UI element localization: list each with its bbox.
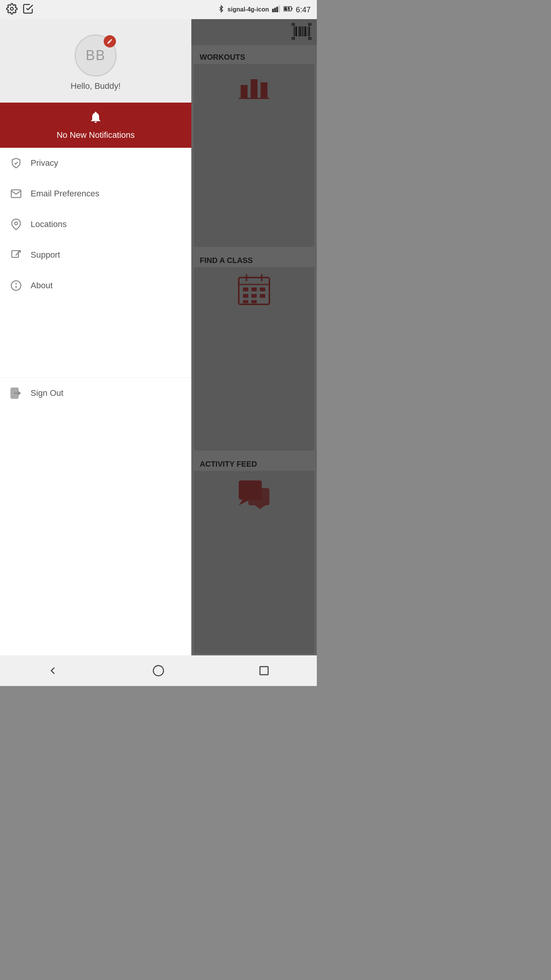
location-pin-icon (9, 217, 23, 231)
avatar-edit-button[interactable] (104, 35, 116, 47)
recents-button[interactable] (253, 659, 276, 682)
drawer-greeting: Hello, Buddy! (71, 81, 121, 91)
home-button[interactable] (147, 659, 170, 682)
status-time: 6:47 (296, 5, 311, 14)
svg-rect-2 (274, 8, 276, 12)
notification-banner: No New Notifications (0, 103, 191, 148)
bottom-nav (0, 655, 317, 686)
sign-out-icon (9, 386, 23, 400)
bluetooth-icon (218, 5, 225, 15)
battery-icon (284, 6, 293, 14)
about-label: About (31, 281, 53, 291)
status-bar: signal-4g-icon 6:47 (0, 0, 317, 19)
mail-icon (9, 187, 23, 201)
svg-point-0 (10, 7, 13, 10)
shield-check-icon (9, 156, 23, 170)
drawer: BB Hello, Buddy! No New Notifications (0, 19, 191, 686)
menu-item-locations[interactable]: Locations (0, 209, 191, 240)
avatar-initials: BB (86, 47, 106, 64)
settings-icon[interactable] (6, 3, 18, 16)
menu-item-email-preferences[interactable]: Email Preferences (0, 178, 191, 209)
sign-out-item[interactable]: Sign Out (0, 377, 191, 408)
menu-spacer (0, 301, 191, 377)
notification-text: No New Notifications (57, 130, 135, 140)
dim-overlay (191, 19, 317, 655)
notification-bell-icon (89, 110, 103, 127)
signal-bars-icon (272, 5, 280, 14)
signal-4g-label: signal-4g-icon (228, 6, 269, 13)
svg-point-52 (153, 666, 164, 676)
info-circle-icon (9, 279, 23, 292)
sign-out-label: Sign Out (31, 388, 64, 398)
avatar-wrapper: BB (75, 34, 117, 77)
locations-label: Locations (31, 219, 67, 229)
drawer-profile: BB Hello, Buddy! (0, 19, 191, 103)
task-icon[interactable] (22, 3, 34, 16)
svg-rect-4 (278, 5, 280, 12)
svg-rect-6 (292, 8, 292, 10)
external-link-icon (9, 248, 23, 262)
menu-item-support[interactable]: Support (0, 240, 191, 270)
svg-rect-53 (260, 666, 268, 675)
menu-item-privacy[interactable]: Privacy (0, 148, 191, 178)
menu-item-about[interactable]: About (0, 270, 191, 301)
support-label: Support (31, 250, 60, 260)
status-bar-right: signal-4g-icon 6:47 (218, 5, 311, 15)
privacy-label: Privacy (31, 158, 58, 168)
svg-rect-3 (276, 7, 278, 12)
svg-rect-1 (272, 9, 274, 12)
email-preferences-label: Email Preferences (31, 189, 99, 199)
svg-point-44 (15, 222, 18, 225)
back-button[interactable] (41, 659, 64, 682)
status-bar-left (6, 3, 34, 16)
menu-items-list: Privacy Email Preferences Locations (0, 148, 191, 686)
